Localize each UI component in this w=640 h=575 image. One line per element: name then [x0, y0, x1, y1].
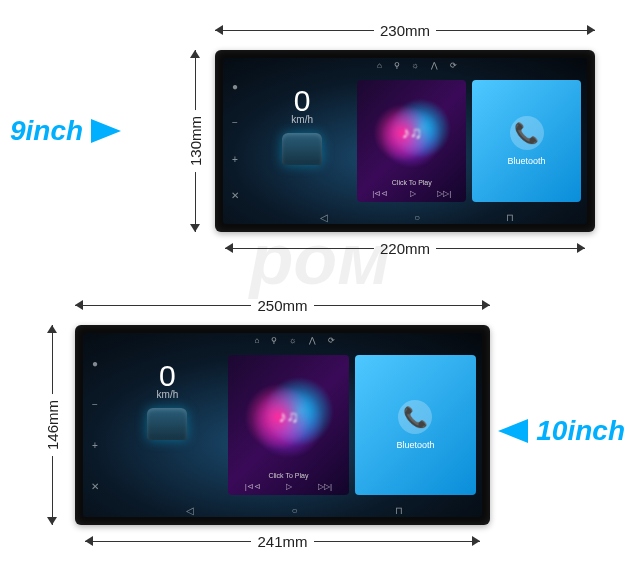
status-icon: ☼ [412, 61, 419, 70]
speed-value: 0 [159, 359, 176, 393]
product-block-9inch: 9inch 230mm 130mm 220mm ● − + ✕ ⌂ ⚲ [20, 20, 620, 280]
music-note-icon [236, 363, 341, 471]
bluetooth-tile: 📞 Bluetooth [472, 80, 581, 202]
car-illustration-icon [282, 133, 322, 165]
music-note-icon [365, 88, 458, 178]
size-text: 9inch [10, 115, 83, 147]
status-icon: ⚲ [271, 336, 277, 345]
dimension-screen-width-10: 241mm [85, 531, 480, 551]
prev-icon: |⊲⊲ [372, 189, 388, 198]
status-icon: ⟳ [450, 61, 457, 70]
nav-recent-icon: ⊓ [506, 212, 514, 223]
nav-back-icon: ◁ [186, 505, 194, 516]
speed-value: 0 [294, 84, 311, 118]
dimension-outer-width-9: 230mm [215, 20, 595, 40]
status-icon: ⌂ [377, 61, 382, 70]
nav-bar: ◁ ○ ⊓ [247, 210, 587, 224]
phone-icon: 📞 [398, 400, 432, 434]
size-text: 10inch [536, 415, 625, 447]
prev-icon: |⊲⊲ [245, 482, 261, 491]
arrow-left-icon [498, 419, 528, 443]
music-label: Click To Play [232, 472, 345, 479]
dim-label: 241mm [251, 533, 313, 550]
dim-label: 250mm [251, 297, 313, 314]
status-icon: ⚲ [394, 61, 400, 70]
dim-label: 220mm [374, 240, 436, 257]
status-icon: ⌂ [254, 336, 259, 345]
nav-back-icon: ◁ [320, 212, 328, 223]
product-block-10inch: 10inch 250mm 146mm 241mm ● − + ✕ ⌂ ⚲ ☼ [20, 295, 620, 565]
next-icon: ▷▷| [318, 482, 332, 491]
speed-panel: 0 km/h [253, 76, 351, 206]
dimension-outer-height-9: 130mm [185, 50, 205, 232]
sidebar: ● − + ✕ [83, 333, 107, 517]
nav-bar: ◁ ○ ⊓ [107, 503, 482, 517]
cross-icon: ✕ [91, 481, 99, 492]
nav-home-icon: ○ [414, 212, 420, 223]
dimension-screen-width-9: 220mm [225, 238, 585, 258]
bluetooth-label: Bluetooth [508, 156, 546, 166]
nav-recent-icon: ⊓ [395, 505, 403, 516]
status-bar: ⌂ ⚲ ☼ ⋀ ⟳ [107, 333, 482, 347]
speed-unit: km/h [291, 114, 313, 125]
speed-unit: km/h [157, 389, 179, 400]
vol-down-icon: − [92, 399, 98, 410]
nav-home-icon: ○ [291, 505, 297, 516]
size-label-10inch: 10inch [498, 415, 625, 447]
car-illustration-icon [147, 408, 187, 440]
size-label-9inch: 9inch [10, 115, 121, 147]
status-icon: ⋀ [309, 336, 316, 345]
cross-icon: ✕ [231, 190, 239, 201]
dimension-outer-height-10: 146mm [42, 325, 62, 525]
status-icon: ⟳ [328, 336, 335, 345]
play-icon: ▷ [410, 189, 416, 198]
music-tile: Click To Play |⊲⊲ ▷ ▷▷| [357, 80, 466, 202]
vol-up-icon: + [232, 154, 238, 165]
arrow-right-icon [91, 119, 121, 143]
music-label: Click To Play [361, 179, 462, 186]
mic-icon: ● [232, 81, 238, 92]
status-icon: ☼ [289, 336, 296, 345]
status-bar: ⌂ ⚲ ☼ ⋀ ⟳ [247, 58, 587, 72]
device-10inch: ● − + ✕ ⌂ ⚲ ☼ ⋀ ⟳ 0 km/h [75, 325, 490, 525]
next-icon: ▷▷| [437, 189, 451, 198]
dimension-outer-width-10: 250mm [75, 295, 490, 315]
speed-panel: 0 km/h [113, 351, 222, 499]
mic-icon: ● [92, 358, 98, 369]
play-icon: ▷ [286, 482, 292, 491]
music-tile: Click To Play |⊲⊲ ▷ ▷▷| [228, 355, 349, 495]
vol-down-icon: − [232, 117, 238, 128]
vol-up-icon: + [92, 440, 98, 451]
phone-icon: 📞 [510, 116, 544, 150]
dim-label: 146mm [44, 394, 61, 456]
bluetooth-label: Bluetooth [396, 440, 434, 450]
bluetooth-tile: 📞 Bluetooth [355, 355, 476, 495]
device-screen: ● − + ✕ ⌂ ⚲ ☼ ⋀ ⟳ 0 km/h [83, 333, 482, 517]
status-icon: ⋀ [431, 61, 438, 70]
device-9inch: ● − + ✕ ⌂ ⚲ ☼ ⋀ ⟳ 0 km/h [215, 50, 595, 232]
dim-label: 230mm [374, 22, 436, 39]
dim-label: 130mm [187, 110, 204, 172]
device-screen: ● − + ✕ ⌂ ⚲ ☼ ⋀ ⟳ 0 km/h [223, 58, 587, 224]
sidebar: ● − + ✕ [223, 58, 247, 224]
